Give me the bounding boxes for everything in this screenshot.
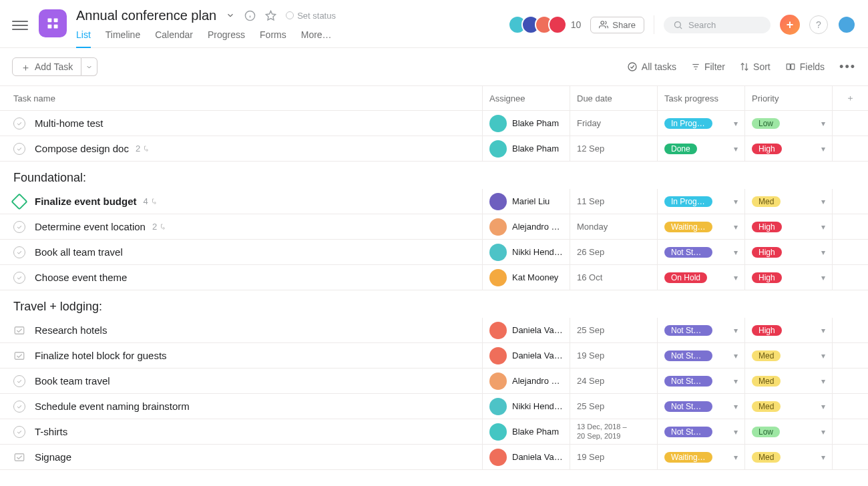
due-date[interactable]: 25 Sep [577,401,604,411]
progress-pill[interactable]: Not Start… [664,401,712,412]
priority-pill[interactable]: High [752,144,782,154]
progress-pill[interactable]: Not Start… [664,427,712,437]
progress-pill[interactable]: Waiting o… [664,452,712,463]
task-row[interactable]: Compose design doc2 Blake Pham12 SepDone… [0,136,868,162]
chevron-down-icon[interactable]: ▾ [734,326,738,335]
complete-checkbox[interactable] [13,143,25,155]
task-row[interactable]: SignageDaniela Var…19 SepWaiting o…▾Med▾ [0,445,868,470]
priority-pill[interactable]: Med [752,452,781,463]
task-name[interactable]: Signage [35,451,71,463]
task-row[interactable]: Finalize event budget4 Mariel Liu11 SepI… [0,189,868,214]
chevron-down-icon[interactable]: ▾ [821,248,825,257]
progress-pill[interactable]: Not Start… [664,325,712,336]
project-color-icon[interactable] [39,9,67,37]
chevron-down-icon[interactable]: ▾ [734,273,738,282]
task-row[interactable]: Book team travelAlejandro L…24 SepNot St… [0,369,868,394]
chevron-down-icon[interactable]: ▾ [821,222,825,232]
assignee[interactable]: Daniela Var… [489,347,563,364]
priority-pill[interactable]: Med [752,401,781,412]
add-task-dropdown[interactable] [81,57,97,76]
due-date[interactable]: 19 Sep [577,350,604,360]
task-name[interactable]: Schedule event naming brainstorm [35,401,190,412]
col-header-progress[interactable]: Task progress [657,85,744,110]
chevron-down-icon[interactable]: ▾ [734,197,738,206]
share-button[interactable]: Share [590,17,644,33]
tab-timeline[interactable]: Timeline [105,29,140,48]
task-name[interactable]: Choose event theme [35,272,127,283]
assignee[interactable]: Kat Mooney [489,269,558,286]
due-date[interactable]: 24 Sep [577,376,604,386]
milestone-icon[interactable] [11,193,27,210]
task-name[interactable]: Book team travel [35,375,110,387]
member-avatars[interactable]: 10 [508,15,582,34]
task-row[interactable]: T-shirtsBlake Pham13 Dec, 2018 –20 Sep, … [0,419,868,445]
chevron-down-icon[interactable]: ▾ [734,119,738,128]
chevron-down-icon[interactable]: ▾ [821,377,825,386]
assignee[interactable]: Daniela Var… [489,449,563,466]
complete-checkbox[interactable] [13,117,25,130]
task-row[interactable]: Finalize hotel block for guestsDaniela V… [0,343,868,369]
progress-pill[interactable]: Not Start… [664,376,712,387]
chevron-down-icon[interactable]: ▾ [734,402,738,411]
task-row[interactable]: Choose event themeKat Mooney16 OctOn Hol… [0,265,868,290]
priority-pill[interactable]: Low [752,118,780,129]
due-date[interactable]: 13 Dec, 2018 –20 Sep, 2019 [577,423,627,441]
complete-checkbox[interactable] [13,426,25,438]
chevron-down-icon[interactable]: ▾ [821,144,825,154]
chevron-down-icon[interactable]: ▾ [734,377,738,386]
chevron-down-icon[interactable]: ▾ [821,119,825,128]
tab-progress[interactable]: Progress [208,29,245,48]
approval-icon[interactable] [13,324,25,336]
due-date[interactable]: 16 Oct [577,272,602,282]
due-date[interactable]: 11 Sep [577,196,604,206]
chevron-down-icon[interactable]: ▾ [734,427,738,437]
task-name[interactable]: Book all team travel [35,246,123,258]
more-actions-button[interactable]: ••• [839,60,856,74]
complete-checkbox[interactable] [13,246,25,258]
help-button[interactable]: ? [809,15,828,34]
project-info-icon[interactable] [244,10,256,21]
task-row[interactable]: Research hotelsDaniela Var…25 SepNot Sta… [0,318,868,343]
progress-pill[interactable]: Not Start… [664,247,712,258]
task-row[interactable]: Book all team travelNikki Hend…26 SepNot… [0,240,868,265]
progress-pill[interactable]: In Progre… [664,196,712,207]
chevron-down-icon[interactable]: ▾ [821,453,825,462]
section-header[interactable]: Travel + lodging: [0,290,868,318]
chevron-down-icon[interactable]: ▾ [821,427,825,437]
assignee[interactable]: Nikki Hend… [489,244,563,261]
priority-pill[interactable]: Med [752,196,781,207]
tab-forms[interactable]: Forms [260,29,286,48]
approval-icon[interactable] [13,451,25,463]
col-header-assignee[interactable]: Assignee [482,85,570,110]
set-status-button[interactable]: Set status [286,11,336,21]
chevron-down-icon[interactable]: ▾ [734,144,738,154]
project-title[interactable]: Annual conference plan [76,8,216,23]
priority-pill[interactable]: High [752,247,782,258]
project-menu-caret[interactable] [226,11,235,20]
assignee[interactable]: Daniela Var… [489,322,563,339]
task-name[interactable]: Finalize event budget [35,196,137,207]
assignee[interactable]: Blake Pham [489,423,559,441]
due-date[interactable]: 12 Sep [577,144,604,154]
priority-pill[interactable]: High [752,222,782,232]
priority-pill[interactable]: High [752,272,782,283]
due-date[interactable]: 19 Sep [577,452,604,462]
priority-pill[interactable]: Med [752,376,781,387]
assignee[interactable]: Nikki Hend… [489,398,563,415]
assignee[interactable]: Alejandro L… [489,373,563,390]
add-task-button[interactable]: ＋ Add Task [12,57,81,76]
col-header-name[interactable]: Task name [0,85,482,110]
task-row[interactable]: Multi-home testBlake PhamFridayIn Progre… [0,111,868,136]
task-name[interactable]: Multi-home test [35,117,103,129]
task-name[interactable]: Determine event location [35,221,146,232]
chevron-down-icon[interactable]: ▾ [734,351,738,360]
chevron-down-icon[interactable]: ▾ [734,453,738,462]
my-avatar[interactable] [837,15,856,34]
due-date[interactable]: Monday [577,222,608,232]
chevron-down-icon[interactable]: ▾ [821,351,825,360]
assignee[interactable]: Blake Pham [489,115,559,132]
chevron-down-icon[interactable]: ▾ [821,197,825,206]
col-header-due[interactable]: Due date [570,85,657,110]
chevron-down-icon[interactable]: ▾ [821,273,825,282]
task-name[interactable]: Finalize hotel block for guests [35,350,167,361]
